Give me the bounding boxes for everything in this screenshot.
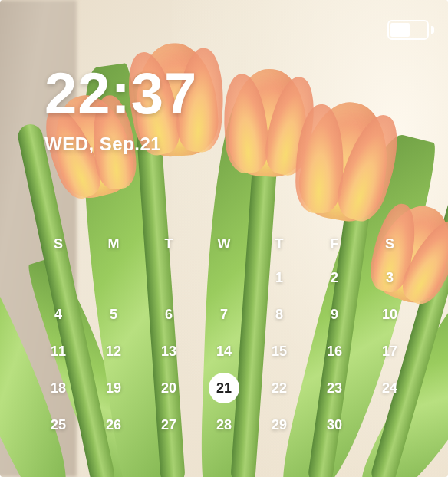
calendar-day[interactable]: 4	[31, 296, 86, 333]
calendar-weekday: S	[31, 229, 86, 259]
battery-indicator	[387, 20, 434, 40]
calendar-week-row: 18192021222324	[31, 370, 417, 406]
calendar-weekday: S	[362, 229, 417, 259]
calendar-day[interactable]: 16	[307, 333, 362, 370]
calendar-day[interactable]: 2	[307, 259, 362, 296]
calendar-week-row: 11121314151617	[31, 333, 417, 370]
calendar-day[interactable]: 22	[252, 370, 307, 406]
clock-time: 22:37	[44, 64, 197, 123]
calendar-widget[interactable]: SMTWTFS123456789101112131415161718192021…	[31, 229, 417, 443]
calendar-weekday: T	[252, 229, 307, 259]
calendar-day[interactable]: 23	[307, 370, 362, 406]
calendar-header-row: SMTWTFS	[31, 229, 417, 259]
calendar-weekday: T	[141, 229, 196, 259]
calendar-empty-cell	[86, 259, 141, 296]
calendar-empty-cell	[196, 259, 252, 296]
calendar-weekday: M	[86, 229, 141, 259]
calendar-day[interactable]: 7	[196, 296, 252, 333]
calendar-day[interactable]: 25	[31, 406, 86, 443]
calendar-week-row: 252627282930	[31, 406, 417, 443]
calendar-day[interactable]: 29	[252, 406, 307, 443]
calendar-day[interactable]: 30	[307, 406, 362, 443]
calendar-day[interactable]: 6	[141, 296, 196, 333]
battery-fill	[390, 23, 410, 37]
calendar-day[interactable]: 18	[31, 370, 86, 406]
calendar-day[interactable]: 19	[86, 370, 141, 406]
calendar-week-row: 45678910	[31, 296, 417, 333]
clock-date: WED, Sep.21	[44, 133, 197, 155]
battery-body-icon	[387, 20, 429, 40]
calendar-day[interactable]: 10	[362, 296, 417, 333]
battery-cap-icon	[431, 26, 434, 34]
clock-widget[interactable]: 22:37 WED, Sep.21	[44, 64, 197, 155]
calendar-day[interactable]: 27	[141, 406, 196, 443]
calendar-day[interactable]: 24	[362, 370, 417, 406]
calendar-day[interactable]: 28	[196, 406, 252, 443]
calendar-empty-cell	[31, 259, 86, 296]
calendar-day[interactable]: 8	[252, 296, 307, 333]
calendar-day[interactable]: 15	[252, 333, 307, 370]
calendar-weekday: F	[307, 229, 362, 259]
calendar-empty-cell	[141, 259, 196, 296]
calendar-today-bubble: 21	[209, 373, 239, 403]
calendar-day[interactable]: 3	[362, 259, 417, 296]
calendar-day[interactable]: 11	[31, 333, 86, 370]
calendar-day[interactable]: 13	[141, 333, 196, 370]
calendar-day[interactable]: 17	[362, 333, 417, 370]
calendar-day[interactable]: 5	[86, 296, 141, 333]
calendar-day[interactable]: 26	[86, 406, 141, 443]
calendar-day[interactable]: 14	[196, 333, 252, 370]
calendar-day[interactable]: 12	[86, 333, 141, 370]
calendar-day-today[interactable]: 21	[196, 370, 252, 406]
calendar-weekday: W	[196, 229, 252, 259]
calendar-week-row: 123	[31, 259, 417, 296]
calendar-day[interactable]: 9	[307, 296, 362, 333]
calendar-day[interactable]: 20	[141, 370, 196, 406]
calendar-day[interactable]: 1	[252, 259, 307, 296]
